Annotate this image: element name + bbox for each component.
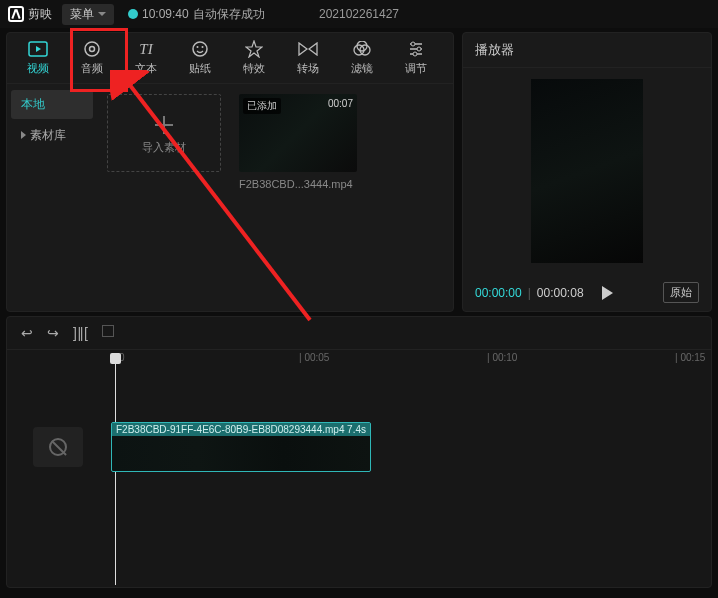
timeline-ruler[interactable]: | 0 | 00:05 | 00:10 | 00:15 bbox=[111, 350, 711, 370]
video-track: F2B38CBD-91FF-4E6C-80B9-EB8D08293444.mp4… bbox=[33, 420, 711, 474]
audio-icon bbox=[82, 40, 102, 58]
svg-marker-7 bbox=[246, 41, 262, 57]
svg-point-14 bbox=[411, 42, 415, 46]
titlebar: 剪映 菜单 10:09:40 自动保存成功 202102261427 bbox=[0, 0, 718, 28]
media-panel: 视频 音频 TI 文本 贴纸 特效 转场 bbox=[6, 32, 454, 312]
adjust-icon bbox=[406, 40, 426, 58]
player-title: 播放器 bbox=[463, 33, 711, 68]
tab-video[interactable]: 视频 bbox=[11, 33, 65, 83]
track-mute-button[interactable] bbox=[33, 427, 83, 467]
subtab-library[interactable]: 素材库 bbox=[11, 121, 93, 150]
svg-point-18 bbox=[413, 52, 417, 56]
effects-icon bbox=[244, 40, 264, 58]
save-time: 10:09:40 bbox=[142, 7, 189, 21]
transition-icon bbox=[298, 40, 318, 58]
menu-button[interactable]: 菜单 bbox=[62, 4, 114, 25]
caret-right-icon bbox=[21, 131, 26, 139]
tab-filter[interactable]: 滤镜 bbox=[335, 33, 389, 83]
tab-label: 调节 bbox=[405, 61, 427, 76]
media-clip-tile[interactable]: 已添加 00:07 F2B38CBD...3444.mp4 bbox=[239, 94, 363, 301]
media-tabs: 视频 音频 TI 文本 贴纸 特效 转场 bbox=[7, 33, 453, 84]
logo-icon bbox=[8, 6, 24, 22]
tab-label: 滤镜 bbox=[351, 61, 373, 76]
svg-point-2 bbox=[85, 42, 99, 56]
tab-label: 转场 bbox=[297, 61, 319, 76]
status-dot-icon bbox=[128, 9, 138, 19]
tab-adjust[interactable]: 调节 bbox=[389, 33, 443, 83]
svg-marker-8 bbox=[299, 43, 307, 55]
tab-label: 音频 bbox=[81, 61, 103, 76]
svg-marker-1 bbox=[36, 46, 41, 52]
play-button[interactable] bbox=[602, 286, 613, 300]
ruler-mark: | 00:10 bbox=[487, 352, 517, 363]
tab-label: 文本 bbox=[135, 61, 157, 76]
filter-icon bbox=[352, 40, 372, 58]
chevron-down-icon bbox=[98, 12, 106, 16]
player-viewport[interactable] bbox=[463, 68, 711, 274]
tab-label: 贴纸 bbox=[189, 61, 211, 76]
tab-transition[interactable]: 转场 bbox=[281, 33, 335, 83]
delete-button[interactable] bbox=[102, 325, 114, 337]
plus-icon bbox=[151, 112, 177, 138]
clip-thumbnail: 已添加 00:07 bbox=[239, 94, 357, 172]
tab-text[interactable]: TI 文本 bbox=[119, 33, 173, 83]
tab-sticker[interactable]: 贴纸 bbox=[173, 33, 227, 83]
autosave-status: 10:09:40 自动保存成功 bbox=[128, 6, 265, 23]
import-media-button[interactable]: 导入素材 bbox=[107, 94, 221, 172]
player-controls: 00:00:00 | 00:00:08 原始 bbox=[463, 274, 711, 311]
svg-marker-9 bbox=[309, 43, 317, 55]
clip-name: F2B38CBD-91FF-4E6C-80B9-EB8D08293444.mp4 bbox=[116, 424, 344, 435]
app-name: 剪映 bbox=[28, 6, 52, 23]
svg-point-16 bbox=[417, 47, 421, 51]
menu-label: 菜单 bbox=[70, 6, 94, 23]
text-icon: TI bbox=[136, 40, 156, 58]
subtab-local[interactable]: 本地 bbox=[11, 90, 93, 119]
media-gallery: 导入素材 已添加 00:07 F2B38CBD...3444.mp4 bbox=[97, 84, 453, 311]
save-text: 自动保存成功 bbox=[193, 6, 265, 23]
clip-filename: F2B38CBD...3444.mp4 bbox=[239, 178, 363, 190]
redo-button[interactable]: ↪ bbox=[47, 325, 59, 341]
preview-frame bbox=[531, 79, 643, 263]
clip-duration: 00:07 bbox=[328, 98, 353, 109]
time-current: 00:00:00 bbox=[475, 286, 522, 300]
sticker-icon bbox=[190, 40, 210, 58]
split-button[interactable]: ]‖[ bbox=[73, 325, 88, 341]
sidebar-subtabs: 本地 素材库 bbox=[7, 84, 97, 311]
time-total: 00:00:08 bbox=[537, 286, 584, 300]
tab-audio[interactable]: 音频 bbox=[65, 33, 119, 83]
tab-label: 特效 bbox=[243, 61, 265, 76]
tab-effects[interactable]: 特效 bbox=[227, 33, 281, 83]
timeline-clip[interactable]: F2B38CBD-91FF-4E6C-80B9-EB8D08293444.mp4… bbox=[111, 422, 371, 472]
app-logo: 剪映 bbox=[8, 6, 52, 23]
added-badge: 已添加 bbox=[243, 98, 281, 114]
timeline-toolbar: ↩ ↪ ]‖[ bbox=[7, 317, 711, 350]
video-icon bbox=[28, 40, 48, 58]
svg-point-5 bbox=[197, 46, 199, 48]
tab-label: 视频 bbox=[27, 61, 49, 76]
svg-point-4 bbox=[193, 42, 207, 56]
ruler-mark: | 00:15 bbox=[675, 352, 705, 363]
import-label: 导入素材 bbox=[142, 140, 186, 155]
svg-point-6 bbox=[202, 46, 204, 48]
player-panel: 播放器 00:00:00 | 00:00:08 原始 bbox=[462, 32, 712, 312]
clip-duration: 7.4s bbox=[347, 424, 366, 435]
original-ratio-button[interactable]: 原始 bbox=[663, 282, 699, 303]
ruler-mark: | 00:05 bbox=[299, 352, 329, 363]
svg-point-3 bbox=[90, 47, 95, 52]
project-name: 202102261427 bbox=[319, 7, 399, 21]
mute-icon bbox=[49, 438, 67, 456]
undo-button[interactable]: ↩ bbox=[21, 325, 33, 341]
timeline-panel: ↩ ↪ ]‖[ | 0 | 00:05 | 00:10 | 00:15 F2B3… bbox=[6, 316, 712, 588]
